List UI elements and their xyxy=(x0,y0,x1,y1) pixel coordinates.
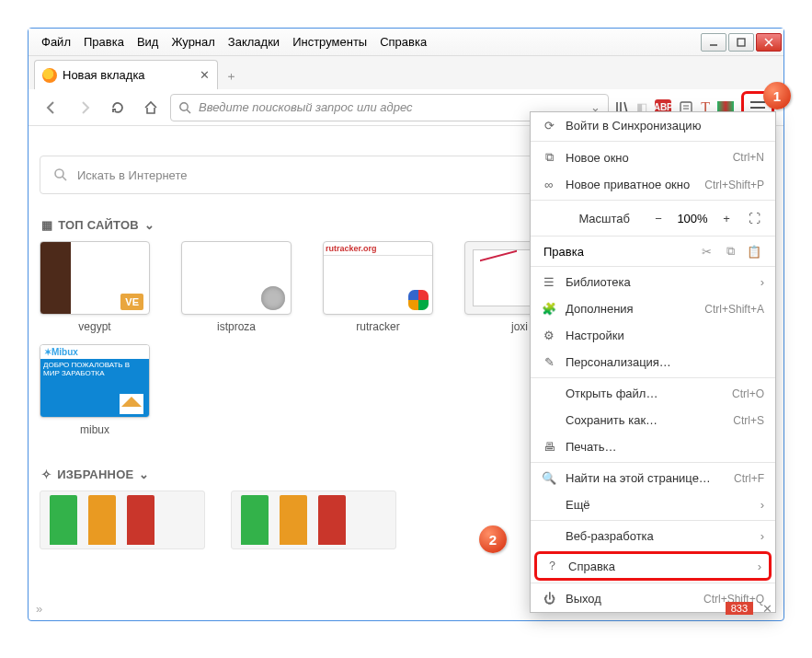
chevron-right-icon: › xyxy=(761,498,764,512)
menu-webdev[interactable]: Веб-разработка› xyxy=(531,523,775,549)
menu-view[interactable]: Вид xyxy=(132,31,165,52)
menu-more[interactable]: Ещё› xyxy=(531,491,775,518)
search-icon: 🔍 xyxy=(542,471,556,485)
svg-line-10 xyxy=(63,177,66,180)
menu-addons[interactable]: 🧩ДополненияCtrl+Shift+A xyxy=(531,295,775,322)
puzzle-icon: 🧩 xyxy=(542,302,556,316)
menu-edit[interactable]: Правка xyxy=(78,31,130,52)
menu-sync[interactable]: ⟳Войти в Синхронизацию xyxy=(531,112,775,139)
tile-rutracker[interactable]: rutracker.orgrutracker xyxy=(323,241,433,339)
zoom-out-button[interactable]: − xyxy=(646,208,670,228)
callout-2: 2 xyxy=(479,525,507,553)
svg-point-4 xyxy=(180,102,188,110)
menu-zoom: Масштаб − 100% + ⛶ xyxy=(531,202,775,234)
menu-edit-row: Правка ✂ ⧉ 📋 xyxy=(531,238,775,264)
gear-icon: ⚙ xyxy=(542,329,556,342)
menu-open-file[interactable]: Открыть файл…Ctrl+O xyxy=(531,380,775,407)
menubar: Файл Правка Вид Журнал Закладки Инструме… xyxy=(29,29,783,56)
menu-settings[interactable]: ⚙Настройки xyxy=(531,322,775,349)
firefox-icon xyxy=(42,68,57,83)
menu-bookmarks[interactable]: Закладки xyxy=(223,31,285,52)
chevron-down-icon: ⌄ xyxy=(144,218,154,232)
mask-icon: ∞ xyxy=(542,178,556,191)
tab-title: Новая вкладка xyxy=(63,68,145,82)
favorite-item[interactable] xyxy=(231,491,396,549)
status-close-icon[interactable]: ✕ xyxy=(753,602,782,616)
tile-mibux[interactable]: ✶MibuxДОБРО ПОЖАЛОВАТЬ В МИР ЗАРАБОТКАmi… xyxy=(40,344,150,442)
brush-icon: ✎ xyxy=(542,355,556,369)
sync-icon: ⟳ xyxy=(542,119,556,133)
chevron-right-icon: › xyxy=(758,560,761,573)
chevron-right-icon: › xyxy=(761,275,764,289)
home-button[interactable] xyxy=(137,94,165,121)
menu-save-as[interactable]: Сохранить как…Ctrl+S xyxy=(531,407,775,433)
copy-icon[interactable]: ⧉ xyxy=(718,244,742,259)
paste-icon[interactable]: 📋 xyxy=(742,245,766,259)
cut-icon[interactable]: ✂ xyxy=(694,245,718,259)
fullscreen-button[interactable]: ⛶ xyxy=(742,208,766,228)
forward-button[interactable] xyxy=(71,94,98,121)
star-icon: ✧ xyxy=(41,468,51,481)
content-search-placeholder: Искать в Интернете xyxy=(77,168,187,182)
menu-private-window[interactable]: ∞Новое приватное окноCtrl+Shift+P xyxy=(531,171,775,198)
app-menu-popup: ⟳Войти в Синхронизацию ⧉Новое окноCtrl+N… xyxy=(530,111,776,613)
window-icon: ⧉ xyxy=(542,150,556,165)
svg-point-9 xyxy=(55,169,63,178)
tab-current[interactable]: Новая вкладка ✕ xyxy=(34,60,218,89)
menu-customize[interactable]: ✎Персонализация… xyxy=(531,349,775,375)
url-placeholder: Введите поисковый запрос или адрес xyxy=(199,100,413,114)
window-close-button[interactable] xyxy=(756,33,782,52)
status-bar: » 833 ✕ xyxy=(30,598,782,618)
window-minimize-button[interactable] xyxy=(701,33,726,52)
callout-1: 1 xyxy=(763,82,791,110)
chevron-right-icon: › xyxy=(761,529,764,543)
more-chevron-icon[interactable]: » xyxy=(30,602,42,616)
window-maximize-button[interactable] xyxy=(728,33,754,52)
new-tab-button[interactable]: ＋ xyxy=(218,63,244,89)
menu-help[interactable]: Справка xyxy=(374,31,432,52)
menu-library[interactable]: ☰Библиотека› xyxy=(531,269,775,295)
status-badge[interactable]: 833 xyxy=(726,602,753,615)
search-icon xyxy=(53,167,68,182)
tile-vegypt[interactable]: vegypt xyxy=(40,241,150,339)
menu-help[interactable]: ？Справка› xyxy=(534,551,772,581)
zoom-in-button[interactable]: + xyxy=(715,208,738,228)
help-icon: ？ xyxy=(544,558,559,574)
menu-file[interactable]: Файл xyxy=(36,31,76,52)
tile-istproza[interactable]: istproza xyxy=(181,241,292,339)
library-icon: ☰ xyxy=(542,275,556,289)
chevron-down-icon: ⌄ xyxy=(139,468,149,481)
menu-print[interactable]: 🖶Печать… xyxy=(531,433,775,460)
tab-close-button[interactable]: ✕ xyxy=(200,68,210,82)
menu-tools[interactable]: Инструменты xyxy=(287,31,372,52)
search-icon xyxy=(178,101,191,114)
zoom-value: 100% xyxy=(674,212,711,225)
grid-icon: ▦ xyxy=(41,218,52,232)
back-button[interactable] xyxy=(38,94,65,121)
favorite-item[interactable] xyxy=(40,491,205,549)
reload-button[interactable] xyxy=(104,94,132,121)
menu-new-window[interactable]: ⧉Новое окноCtrl+N xyxy=(531,144,775,171)
svg-line-5 xyxy=(187,110,190,113)
print-icon: 🖶 xyxy=(542,440,556,454)
menu-find[interactable]: 🔍Найти на этой странице…Ctrl+F xyxy=(531,465,775,491)
svg-rect-1 xyxy=(738,39,745,46)
browser-window: Файл Правка Вид Журнал Закладки Инструме… xyxy=(28,28,784,621)
menu-history[interactable]: Журнал xyxy=(166,31,220,52)
tab-strip: Новая вкладка ✕ ＋ xyxy=(29,56,783,89)
